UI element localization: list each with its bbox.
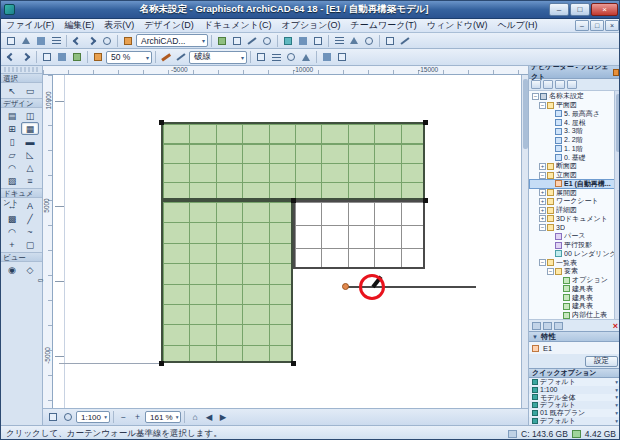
composite-icon[interactable] [269,51,283,64]
scale-combo[interactable]: 1:100 ▾ [76,411,110,423]
settings-button[interactable]: 設定 [585,356,618,367]
schedule-icon[interactable] [332,34,346,47]
project-map-icon[interactable] [531,80,541,89]
menu-help[interactable]: ヘルプ(H) [492,19,542,32]
quick-layers-icon[interactable] [46,411,60,424]
new-folder-icon[interactable] [532,322,541,330]
tree-scrollbar[interactable] [614,91,620,319]
undo-icon[interactable] [70,34,84,47]
zone-tool-icon[interactable]: ▨ [3,174,21,187]
tree-item[interactable]: 3Dドキュメント [530,215,620,224]
expander-icon[interactable] [539,198,546,205]
new-icon[interactable] [4,34,18,47]
scroll-left-icon[interactable]: ◀ [202,411,215,423]
menu-view[interactable]: 表示(V) [99,19,139,32]
tracker-icon[interactable] [61,411,75,424]
expander-icon[interactable] [539,163,546,170]
geometry-method-icon[interactable] [299,51,313,64]
publish-icon[interactable] [347,34,361,47]
expander-icon[interactable] [539,207,546,214]
mesh-tool-icon[interactable]: △ [21,161,39,174]
menu-document[interactable]: ドキュメント(C) [199,19,277,32]
wall-tool-icon[interactable]: ▤ [3,109,21,122]
view-map-icon[interactable] [543,80,553,89]
settings-icon[interactable] [554,322,563,330]
settings-dialog-icon[interactable] [40,51,54,64]
expander-icon[interactable] [539,259,546,266]
clone-folder-icon[interactable] [543,322,552,330]
zoom-in-icon[interactable]: + [131,411,144,423]
fill-scale-combo[interactable]: 50 % ▾ [106,51,152,64]
arc-method-icon[interactable] [284,51,298,64]
layout-book-icon[interactable] [555,80,565,89]
stair-tool-icon[interactable]: ≡ [21,174,39,187]
properties-header[interactable]: ▼ 特性 [529,331,620,342]
expander-icon[interactable] [539,215,546,222]
beam-tool-icon[interactable]: ▬ [21,135,39,148]
options-icon[interactable] [383,34,397,47]
camera-icon[interactable] [311,34,325,47]
expander-icon[interactable] [547,268,554,275]
menu-file[interactable]: ファイル(F) [1,19,59,32]
selection-handle[interactable] [291,198,296,203]
selection-handle[interactable] [159,120,164,125]
forward-icon[interactable] [19,51,33,64]
surface-icon[interactable] [70,51,84,64]
zoom-combo[interactable]: 161 % ▾ [145,411,181,423]
selection-handle[interactable] [423,120,428,125]
curtain-wall-tool-icon[interactable]: ▦ [21,122,39,135]
path-tool-icon[interactable]: ◇ [21,263,39,276]
expander-icon[interactable] [539,102,546,109]
window-tool-icon[interactable]: ⊞ [3,122,21,135]
marquee-tool-icon[interactable]: ▭ [21,84,39,97]
camera-tool-icon[interactable]: ◉ [3,263,21,276]
layers-icon[interactable] [215,34,229,47]
renovation-filter-icon[interactable] [55,51,69,64]
delete-icon[interactable]: × [613,322,618,330]
selection-handle[interactable] [423,198,428,203]
spline-tool-icon[interactable]: ~ [21,225,39,238]
selection-handle[interactable] [159,361,164,366]
teamwork-icon[interactable] [362,34,376,47]
expander-icon[interactable] [539,172,546,179]
roof-tool-icon[interactable]: ◺ [21,148,39,161]
fill-tool-icon[interactable]: ▩ [3,212,21,225]
find-icon[interactable] [100,34,114,47]
fit-in-window-icon[interactable]: ⌂ [188,411,201,423]
measure-icon[interactable] [398,34,412,47]
zoom-out-icon[interactable]: − [117,411,130,423]
expander-icon[interactable] [539,189,546,196]
quick-option-layer-combination[interactable]: デフォルト▾ [529,378,620,386]
pen-color-icon[interactable] [159,51,173,64]
print-icon[interactable] [49,34,63,47]
slab-tool-icon[interactable]: ▱ [3,148,21,161]
expander-icon[interactable] [539,224,546,231]
story-up-icon[interactable] [320,51,334,64]
mdi-minimize-button[interactable]: – [575,20,589,31]
tree-item[interactable]: 内部仕上表 [530,311,620,319]
project-chooser-icon[interactable] [613,69,619,76]
mdi-close-button[interactable]: × [605,20,619,31]
line-weight-icon[interactable] [174,51,188,64]
line-tool-icon[interactable]: ╱ [21,212,39,225]
gravity-icon[interactable] [260,34,274,47]
menu-design[interactable]: デザイン(D) [139,19,198,32]
layer-combo-icon[interactable] [254,51,268,64]
story-down-icon[interactable] [335,51,349,64]
arc-tool-icon[interactable]: ◠ [3,225,21,238]
scrollbar-thumb[interactable] [616,94,620,152]
publisher-icon[interactable] [567,80,577,89]
drawing-canvas[interactable] [53,75,521,408]
profile-combo[interactable]: ArchiCAD... ▾ [136,34,208,47]
expander-icon[interactable] [532,93,539,100]
save-icon[interactable] [34,34,48,47]
palette-drag-handle[interactable] [4,67,39,72]
dimension-tool-icon[interactable]: ↔ [3,199,21,212]
fill-icon[interactable] [91,51,105,64]
linetype-combo[interactable]: 破線 ▾ [189,51,247,64]
section-icon[interactable] [296,34,310,47]
redo-icon[interactable] [85,34,99,47]
canvas-vertical-scrollbar[interactable] [521,75,528,408]
menu-teamwork[interactable]: チームワーク(T) [346,19,422,32]
maximize-button[interactable]: □ [570,3,590,16]
